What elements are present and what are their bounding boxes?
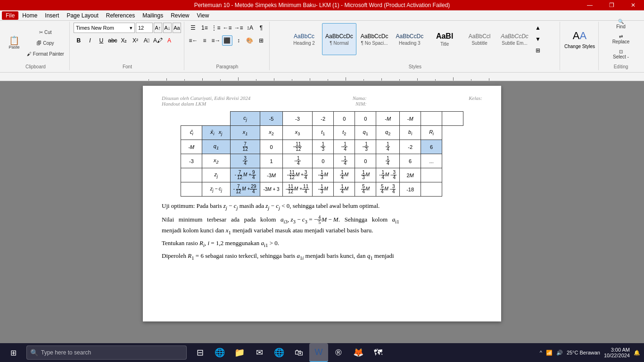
taskbar-mail[interactable]: ✉ bbox=[250, 343, 269, 362]
header-right: Nama: NIM: bbox=[353, 95, 367, 107]
sort-button[interactable]: ↕A bbox=[245, 23, 255, 33]
editing-group: 🔍 Find ⇄ Replace ⊡ Select - Editing bbox=[600, 22, 642, 70]
font-label: Font bbox=[123, 63, 132, 69]
taskbar-edge[interactable]: 🌐 bbox=[210, 343, 229, 362]
paste-button[interactable]: 📋 Paste bbox=[5, 27, 24, 59]
change-styles-label[interactable]: Change Styles bbox=[564, 44, 595, 49]
clipboard-label: Clipboard bbox=[25, 63, 46, 69]
document-text: Uji optimum: Pada baris zj − cj masih ad… bbox=[162, 201, 482, 262]
menu-page-layout[interactable]: Page Layout bbox=[63, 11, 102, 20]
taskbar-taskview[interactable]: ⊟ bbox=[190, 343, 209, 362]
taskbar-clock[interactable]: 3:00 AM 10/22/2024 bbox=[604, 347, 630, 358]
menu-file[interactable]: File bbox=[2, 11, 18, 20]
font-size-box[interactable]: 12 bbox=[136, 23, 153, 33]
menu-view[interactable]: View bbox=[193, 11, 213, 20]
svg-rect-19 bbox=[471, 79, 471, 81]
taskbar-network[interactable]: 📶 bbox=[546, 350, 553, 356]
menu-mailings[interactable]: Mailings bbox=[139, 11, 167, 20]
superscript-button[interactable]: X² bbox=[130, 35, 140, 46]
cut-label: ✂ Cut bbox=[39, 30, 51, 35]
taskbar: ⊞ 🔍 Type here to search ⊟ 🌐 📁 ✉ 🌐 🛍 W ® … bbox=[0, 343, 644, 362]
font-size-decrease-button[interactable]: A↓ bbox=[163, 23, 172, 33]
increase-indent-button[interactable]: →≡ bbox=[233, 23, 244, 33]
text-highlight-button[interactable]: A🖍 bbox=[153, 35, 163, 46]
app-title: Pertemuan 10 - Metode Simpeks Minimum Ba… bbox=[194, 2, 450, 8]
notification-button[interactable]: 🔔 bbox=[634, 350, 640, 356]
replace-button[interactable]: ⇄ Replace bbox=[610, 33, 632, 46]
multilevel-button[interactable]: ⋮≡ bbox=[211, 23, 221, 33]
style-heading2[interactable]: AaBbCc Heading 2 bbox=[287, 23, 321, 55]
styles-label: Styles bbox=[409, 63, 421, 69]
weather-info: 25°C Berawan bbox=[567, 350, 600, 355]
menu-references[interactable]: References bbox=[102, 11, 139, 20]
taskbar-word[interactable]: W bbox=[309, 343, 328, 362]
align-left-button[interactable]: ≡← bbox=[188, 35, 198, 46]
copy-button[interactable]: 🗐 Copy bbox=[25, 38, 66, 48]
change-styles-group: AA Change Styles bbox=[561, 22, 599, 70]
justify-button[interactable]: ⬛ bbox=[222, 35, 232, 46]
underline-button[interactable]: U bbox=[96, 35, 107, 46]
font-group: Times New Rom ▾ 12 A↑ A↓ Aa B I U abc X₂… bbox=[71, 22, 184, 70]
close-button[interactable]: ✕ bbox=[622, 0, 644, 10]
bold-button[interactable]: B bbox=[74, 35, 84, 46]
document-page[interactable]: Disusun oleh Caturiyati, Edisi Revisi 20… bbox=[143, 86, 501, 321]
title-bar: Pertemuan 10 - Metode Simpeks Minimum Ba… bbox=[0, 0, 644, 10]
style-normal[interactable]: AaBbCcDc ¶ Normal bbox=[322, 23, 356, 55]
style-subtitle[interactable]: AaBbCcl Subtitle bbox=[462, 23, 496, 55]
style-subtleem[interactable]: AaBbCcDc Subtle Em... bbox=[497, 23, 532, 55]
start-button[interactable]: ⊞ bbox=[4, 343, 23, 362]
paragraph-group: ☰ 1≡ ⋮≡ ←≡ →≡ ↕A ¶ ≡← ≡ ≡→ ⬛ ↕ 🎨 ⊞ Parag… bbox=[185, 22, 270, 70]
svg-rect-5 bbox=[220, 79, 221, 81]
taskbar-maps[interactable]: 🗺 bbox=[369, 343, 388, 362]
minimize-button[interactable]: — bbox=[579, 0, 601, 10]
decrease-indent-button[interactable]: ←≡ bbox=[222, 23, 232, 33]
svg-rect-4 bbox=[202, 78, 203, 81]
svg-rect-11 bbox=[328, 79, 328, 81]
show-hide-button[interactable]: ¶ bbox=[256, 23, 266, 33]
taskbar-reg[interactable]: ® bbox=[329, 343, 348, 362]
svg-rect-8 bbox=[274, 78, 274, 81]
subscript-button[interactable]: X₂ bbox=[119, 35, 129, 46]
numbering-button[interactable]: 1≡ bbox=[199, 23, 210, 33]
simplex-table: cj -5 -3 -2 0 0 -M -M c̄i x̄i xj x1 x2 bbox=[181, 111, 463, 197]
styles-more-button[interactable]: ⊞ bbox=[533, 45, 543, 56]
styles-scroll-down-button[interactable]: ▼ bbox=[533, 34, 543, 44]
menu-insert[interactable]: Insert bbox=[41, 11, 63, 20]
change-case-button[interactable]: Aa bbox=[173, 23, 181, 33]
taskbar-browser2[interactable]: 🌐 bbox=[270, 343, 289, 362]
format-painter-button[interactable]: 🖌 Format Painter bbox=[25, 49, 66, 59]
taskbar-browser3[interactable]: 🦊 bbox=[349, 343, 368, 362]
strikethrough-button[interactable]: abc bbox=[107, 35, 118, 46]
align-center-button[interactable]: ≡ bbox=[199, 35, 210, 46]
taskbar-explorer[interactable]: 📁 bbox=[230, 343, 249, 362]
document-area: Disusun oleh Caturiyati, Edisi Revisi 20… bbox=[0, 81, 644, 349]
borders-button[interactable]: ⊞ bbox=[256, 35, 266, 46]
paragraph-label: Paragraph bbox=[216, 63, 239, 69]
style-heading3[interactable]: AaBbCcDc Heading 3 bbox=[392, 23, 427, 55]
svg-rect-2 bbox=[166, 78, 167, 81]
cut-button[interactable]: ✂ Cut bbox=[25, 27, 66, 37]
align-right-button[interactable]: ≡→ bbox=[211, 35, 221, 46]
menu-home[interactable]: Home bbox=[18, 11, 41, 20]
menu-review[interactable]: Review bbox=[167, 11, 193, 20]
restore-button[interactable]: ❐ bbox=[601, 0, 622, 10]
line-spacing-button[interactable]: ↕ bbox=[233, 35, 244, 46]
shading-button[interactable]: 🎨 bbox=[245, 35, 255, 46]
select-button[interactable]: ⊡ Select - bbox=[610, 48, 632, 61]
text-effects-button[interactable]: A⃝ bbox=[141, 35, 152, 46]
italic-button[interactable]: I bbox=[85, 35, 95, 46]
font-color-button[interactable]: A bbox=[164, 35, 174, 46]
font-name-box[interactable]: Times New Rom ▾ bbox=[74, 23, 135, 33]
style-nospaci[interactable]: AaBbCcDc ¶ No Spaci... bbox=[357, 23, 392, 55]
taskbar-store[interactable]: 🛍 bbox=[289, 343, 308, 362]
bullets-button[interactable]: ☰ bbox=[188, 23, 198, 33]
find-button[interactable]: 🔍 Find bbox=[610, 17, 632, 31]
taskbar-chevron[interactable]: ^ bbox=[540, 350, 542, 355]
font-size-increase-button[interactable]: A↑ bbox=[154, 23, 162, 33]
editing-label: Editing bbox=[614, 63, 628, 69]
taskbar-volume[interactable]: 🔊 bbox=[556, 350, 563, 356]
taskbar-search[interactable]: Type here to search bbox=[26, 346, 187, 360]
svg-rect-14 bbox=[381, 78, 382, 81]
styles-scroll-up-button[interactable]: ▲ bbox=[533, 23, 543, 33]
style-title[interactable]: AaBl Title bbox=[428, 23, 462, 55]
